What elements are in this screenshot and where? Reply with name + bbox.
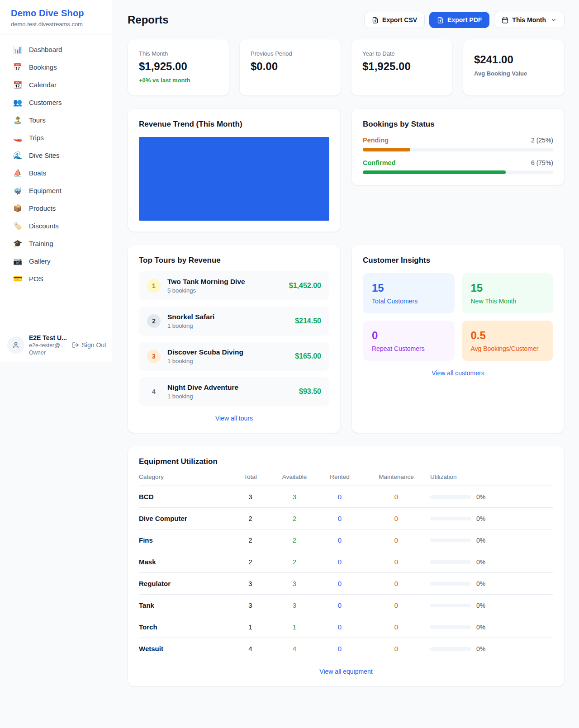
stat-label: Previous Period	[251, 50, 330, 57]
cell-total: 1	[229, 623, 272, 631]
cell-rented: 0	[317, 580, 362, 587]
utilization-percent: 0%	[476, 602, 485, 609]
nav-item-icon: 📦	[13, 204, 22, 213]
cell-rented: 0	[317, 645, 362, 652]
nav-item-label: Boats	[29, 169, 46, 177]
col-header-utilization: Utilization	[430, 473, 553, 480]
cell-total: 2	[229, 536, 272, 544]
nav-item-icon: 📊	[13, 45, 22, 54]
top-tours-card: Top Tours by Revenue 1 Two Tank Morning …	[128, 245, 341, 433]
sidebar-item[interactable]: 🎓 Training	[0, 235, 113, 252]
utilization-bar	[430, 582, 471, 586]
sidebar-item[interactable]: 📅 Bookings	[0, 58, 113, 76]
cell-available: 2	[272, 536, 317, 544]
export-pdf-button[interactable]: Export PDF	[429, 12, 489, 28]
stat-sublabel: Avg Booking Value	[474, 70, 553, 77]
equipment-utilization-card: Equipment Utilization Category Total Ava…	[128, 446, 565, 686]
cell-utilization: 0%	[430, 493, 553, 501]
tour-revenue: $165.00	[295, 352, 321, 360]
insight-tile: 15 Total Customers	[363, 273, 455, 313]
cell-available: 3	[272, 493, 317, 501]
tour-revenue: $1,452.00	[289, 282, 321, 290]
utilization-percent: 0%	[476, 624, 485, 631]
sidebar-item[interactable]: 📊 Dashboard	[0, 41, 113, 58]
utilization-bar	[430, 517, 471, 520]
bookings-by-status-title: Bookings by Status	[363, 120, 553, 129]
sidebar-item[interactable]: 🌊 Dive Sites	[0, 147, 113, 164]
insight-label: Repeat Customers	[372, 345, 446, 352]
nav-item-label: Dive Sites	[29, 151, 60, 159]
utilization-percent: 0%	[476, 558, 485, 566]
cell-utilization: 0%	[430, 515, 553, 522]
table-row: Regulator 3 3 0 0 0%	[139, 573, 553, 595]
stat-value: $241.00	[474, 53, 553, 66]
sign-out-button[interactable]: Sign Out	[72, 341, 106, 349]
insight-tiles: 15 Total Customers 15 New This Month 0 R…	[363, 273, 553, 361]
period-label: This Month	[512, 16, 546, 24]
col-header-maintenance: Maintenance	[362, 473, 430, 480]
sidebar-item[interactable]: 📷 Gallery	[0, 252, 113, 270]
cell-category: BCD	[139, 493, 229, 501]
sidebar-item[interactable]: 🏝️ Tours	[0, 111, 113, 129]
nav-item-icon: 🏷️	[13, 222, 22, 230]
user-meta: E2E Test U... e2e-tester@... Owner	[29, 334, 67, 356]
col-header-category: Category	[139, 473, 229, 480]
bookings-by-status-card: Bookings by Status Pending 2 (25%)	[351, 109, 565, 185]
cell-available: 3	[272, 580, 317, 587]
tour-name: Snorkel Safari	[167, 313, 214, 321]
stat-value: $1,925.00	[139, 60, 218, 73]
view-all-equipment-link[interactable]: View all equipment	[139, 668, 553, 675]
status-progress-track	[363, 148, 553, 151]
sidebar: Demo Dive Shop demo.test.divestreams.com…	[0, 0, 113, 362]
col-header-rented: Rented	[317, 473, 362, 480]
sidebar-item[interactable]: 👥 Customers	[0, 94, 113, 111]
sidebar-item[interactable]: 📦 Products	[0, 199, 113, 217]
nav-item-label: POS	[29, 275, 43, 283]
nav-item-icon: 🏝️	[13, 116, 22, 124]
utilization-bar	[430, 560, 471, 564]
cell-utilization: 0%	[430, 537, 553, 544]
tour-rank-badge: 1	[147, 279, 161, 293]
stat-card: Year to Date $1,925.00	[351, 39, 453, 96]
calendar-icon	[502, 17, 508, 24]
status-progress-fill	[363, 148, 410, 151]
sidebar-item[interactable]: 💳 POS	[0, 270, 113, 288]
nav-item-label: Dashboard	[29, 46, 62, 53]
cell-maintenance: 0	[362, 558, 430, 566]
nav-item-label: Bookings	[29, 63, 57, 71]
person-icon	[12, 341, 20, 349]
cell-total: 4	[229, 645, 272, 652]
nav-item-label: Equipment	[29, 187, 62, 194]
sidebar-item[interactable]: ⛵ Boats	[0, 164, 113, 182]
cell-utilization: 0%	[430, 602, 553, 609]
cell-category: Torch	[139, 623, 229, 631]
stat-sublabel: +0% vs last month	[139, 77, 218, 84]
equipment-utilization-title: Equipment Utilization	[139, 457, 553, 466]
cell-total: 3	[229, 580, 272, 587]
nav-item-icon: 🤿	[13, 186, 22, 195]
sidebar-item[interactable]: 🤿 Equipment	[0, 182, 113, 199]
nav-item-icon: 👥	[13, 98, 22, 107]
brand-domain: demo.test.divestreams.com	[11, 21, 102, 28]
sidebar-item[interactable]: 🚤 Trips	[0, 129, 113, 147]
cell-utilization: 0%	[430, 580, 553, 587]
revenue-trend-title: Revenue Trend (This Month)	[139, 120, 329, 129]
cell-available: 1	[272, 623, 317, 631]
insight-tile: 0.5 Avg Bookings/Customer	[462, 321, 554, 361]
view-all-customers-link[interactable]: View all customers	[363, 369, 553, 377]
tour-bookings: 1 booking	[167, 393, 238, 400]
tour-rank-badge: 4	[147, 385, 161, 398]
utilization-bar	[430, 625, 471, 629]
view-all-tours-link[interactable]: View all tours	[139, 415, 329, 422]
sidebar-item[interactable]: 📆 Calendar	[0, 76, 113, 94]
nav-item-icon: ⛵	[13, 169, 22, 177]
insight-value: 15	[471, 282, 545, 294]
tour-bookings: 1 booking	[167, 322, 214, 329]
export-csv-label: Export CSV	[382, 16, 417, 24]
period-dropdown[interactable]: This Month	[494, 12, 565, 28]
utilization-bar	[430, 495, 471, 499]
sidebar-item[interactable]: 🏷️ Discounts	[0, 217, 113, 235]
table-row: Wetsuit 4 4 0 0 0%	[139, 638, 553, 659]
export-csv-button[interactable]: Export CSV	[364, 12, 425, 28]
tour-rank-badge: 2	[147, 314, 161, 328]
